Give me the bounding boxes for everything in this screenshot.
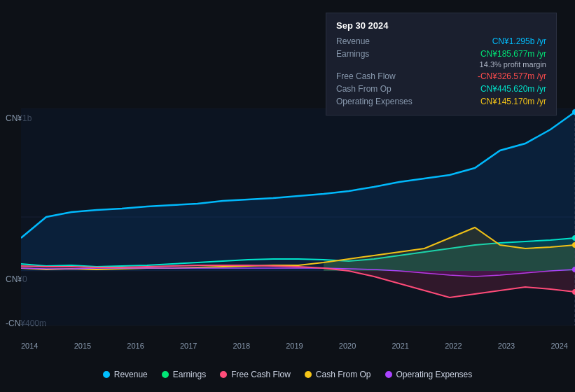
- legend-item-revenue[interactable]: Revenue: [103, 370, 148, 379]
- legend-dot-opex: [385, 371, 392, 378]
- tooltip-label-fcf: Free Cash Flow: [336, 71, 427, 81]
- legend-item-fcf[interactable]: Free Cash Flow: [220, 370, 291, 379]
- legend-item-cashfromop[interactable]: Cash From Op: [305, 370, 371, 379]
- x-label-2014: 2014: [21, 342, 38, 350]
- tooltip-row-revenue: Revenue CN¥1.295b /yr: [336, 35, 546, 48]
- tooltip-row-earnings: Earnings CN¥185.677m /yr: [336, 48, 546, 60]
- x-label-2021: 2021: [392, 342, 408, 350]
- x-label-2016: 2016: [127, 342, 144, 350]
- legend-label-fcf: Free Cash Flow: [231, 370, 291, 379]
- x-label-2023: 2023: [498, 342, 515, 350]
- x-axis: 2014 2015 2016 2017 2018 2019 2020 2021 …: [21, 342, 568, 350]
- tooltip-label-earnings: Earnings: [336, 49, 427, 59]
- x-label-2015: 2015: [74, 342, 91, 350]
- tooltip-value-opex: CN¥145.170m /yr: [480, 97, 546, 106]
- chart-container: Sep 30 2024 Revenue CN¥1.295b /yr Earnin…: [0, 0, 575, 392]
- legend-dot-revenue: [103, 371, 110, 378]
- legend-item-earnings[interactable]: Earnings: [162, 370, 206, 379]
- tooltip-label-opex: Operating Expenses: [336, 97, 427, 106]
- tooltip-value-cashfromop: CN¥445.620m /yr: [480, 84, 546, 94]
- tooltip-margin-text: 14.3% profit margin: [480, 60, 546, 69]
- chart-legend: Revenue Earnings Free Cash Flow Cash Fro…: [0, 370, 575, 379]
- legend-label-opex: Operating Expenses: [396, 370, 473, 379]
- legend-dot-cashfromop: [305, 371, 312, 378]
- legend-label-revenue: Revenue: [114, 370, 148, 379]
- tooltip-label-cashfromop: Cash From Op: [336, 84, 427, 94]
- tooltip-row-opex: Operating Expenses CN¥145.170m /yr: [336, 95, 546, 108]
- tooltip-date: Sep 30 2024: [336, 20, 546, 31]
- tooltip-value-earnings: CN¥185.677m /yr: [480, 49, 546, 59]
- x-label-2018: 2018: [233, 342, 250, 350]
- x-label-2017: 2017: [180, 342, 197, 350]
- legend-item-opex[interactable]: Operating Expenses: [385, 370, 473, 379]
- legend-dot-fcf: [220, 371, 227, 378]
- legend-label-cashfromop: Cash From Op: [316, 370, 371, 379]
- tooltip-row-cashfromop: Cash From Op CN¥445.620m /yr: [336, 83, 546, 95]
- tooltip-box: Sep 30 2024 Revenue CN¥1.295b /yr Earnin…: [326, 13, 557, 115]
- legend-label-earnings: Earnings: [173, 370, 206, 379]
- x-label-2024: 2024: [550, 342, 567, 350]
- chart-svg: [21, 108, 575, 326]
- tooltip-value-fcf: -CN¥326.577m /yr: [478, 71, 546, 81]
- tooltip-row-fcf: Free Cash Flow -CN¥326.577m /yr: [336, 70, 546, 83]
- tooltip-subrow-margin: 14.3% profit margin: [336, 60, 546, 70]
- tooltip-value-revenue: CN¥1.295b /yr: [492, 36, 546, 46]
- x-label-2022: 2022: [445, 342, 462, 350]
- legend-dot-earnings: [162, 371, 169, 378]
- tooltip-label-revenue: Revenue: [336, 36, 427, 46]
- x-label-2020: 2020: [339, 342, 356, 350]
- x-label-2019: 2019: [286, 342, 303, 350]
